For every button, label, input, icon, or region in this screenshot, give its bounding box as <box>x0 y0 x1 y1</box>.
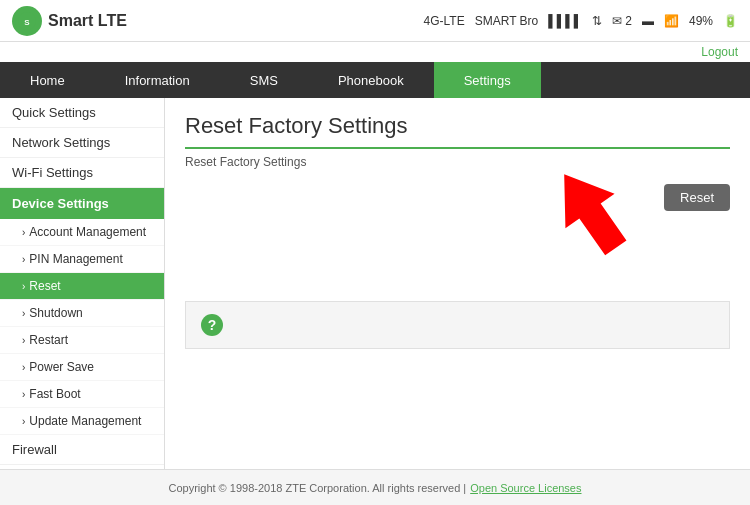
chevron-right-icon-5: › <box>22 335 25 346</box>
sidebar-update-management[interactable]: › Update Management <box>0 408 164 435</box>
network-type: 4G-LTE <box>424 14 465 28</box>
data-transfer-icon: ⇅ <box>592 14 602 28</box>
arrow-container <box>185 221 730 301</box>
sidebar-firewall[interactable]: Firewall <box>0 435 164 465</box>
nav-information[interactable]: Information <box>95 62 220 98</box>
sidebar-power-save[interactable]: › Power Save <box>0 354 164 381</box>
nav-phonebook[interactable]: Phonebook <box>308 62 434 98</box>
question-icon: ? <box>201 314 223 336</box>
page-title: Reset Factory Settings <box>185 113 730 139</box>
sidebar-network-settings[interactable]: Network Settings <box>0 128 164 158</box>
chevron-right-icon: › <box>22 227 25 238</box>
svg-marker-2 <box>540 161 641 261</box>
logout-link[interactable]: Logout <box>701 45 738 59</box>
footer: Copyright © 1998-2018 ZTE Corporation. A… <box>0 469 750 505</box>
nav-sms[interactable]: SMS <box>220 62 308 98</box>
sim-icon: ▬ <box>642 14 654 28</box>
nav-home[interactable]: Home <box>0 62 95 98</box>
signal-icon: ▌▌▌▌ <box>548 14 582 28</box>
svg-text:S: S <box>24 18 30 27</box>
status-bar: 4G-LTE SMART Bro ▌▌▌▌ ⇅ ✉ 2 ▬ 📶 49% 🔋 <box>424 14 738 28</box>
wifi-icon: 📶 <box>664 14 679 28</box>
chevron-right-icon-4: › <box>22 308 25 319</box>
content-area: Reset ? <box>185 184 730 349</box>
sms-icon: ✉ 2 <box>612 14 632 28</box>
sidebar-account-management[interactable]: › Account Management <box>0 219 164 246</box>
nav-settings[interactable]: Settings <box>434 62 541 98</box>
sidebar-shutdown[interactable]: › Shutdown <box>0 300 164 327</box>
red-arrow-indicator <box>510 161 670 261</box>
sidebar-wifi-settings[interactable]: Wi-Fi Settings <box>0 158 164 188</box>
logout-bar: Logout <box>0 42 750 62</box>
top-nav: Home Information SMS Phonebook Settings <box>0 62 750 98</box>
sidebar-pin-management[interactable]: › PIN Management <box>0 246 164 273</box>
sidebar: Quick Settings Network Settings Wi-Fi Se… <box>0 98 165 469</box>
logo-area: S Smart LTE <box>12 6 127 36</box>
header: S Smart LTE 4G-LTE SMART Bro ▌▌▌▌ ⇅ ✉ 2 … <box>0 0 750 42</box>
chevron-right-icon-8: › <box>22 416 25 427</box>
open-source-link[interactable]: Open Source Licenses <box>470 482 581 494</box>
battery-level: 49% <box>689 14 713 28</box>
main-content: Reset Factory Settings Reset Factory Set… <box>165 98 750 469</box>
sidebar-router-settings[interactable]: Router Settings <box>0 465 164 469</box>
logo-circle: S <box>12 6 42 36</box>
sidebar-reset[interactable]: › Reset <box>0 273 164 300</box>
reset-button[interactable]: Reset <box>664 184 730 211</box>
smart-logo: S Smart LTE <box>12 6 127 36</box>
sidebar-device-settings[interactable]: Device Settings <box>0 188 164 219</box>
sidebar-fast-boot[interactable]: › Fast Boot <box>0 381 164 408</box>
battery-icon: 🔋 <box>723 14 738 28</box>
chevron-right-icon-3: › <box>22 281 25 292</box>
chevron-right-icon-2: › <box>22 254 25 265</box>
copyright-text: Copyright © 1998-2018 ZTE Corporation. A… <box>168 482 466 494</box>
operator-name: SMART Bro <box>475 14 539 28</box>
sidebar-restart[interactable]: › Restart <box>0 327 164 354</box>
brand-name: Smart LTE <box>48 12 127 30</box>
chevron-right-icon-6: › <box>22 362 25 373</box>
smart-bro-logo-svg: S <box>17 11 37 31</box>
sidebar-quick-settings[interactable]: Quick Settings <box>0 98 164 128</box>
info-row: ? <box>185 301 730 349</box>
chevron-right-icon-7: › <box>22 389 25 400</box>
layout: Quick Settings Network Settings Wi-Fi Se… <box>0 98 750 469</box>
